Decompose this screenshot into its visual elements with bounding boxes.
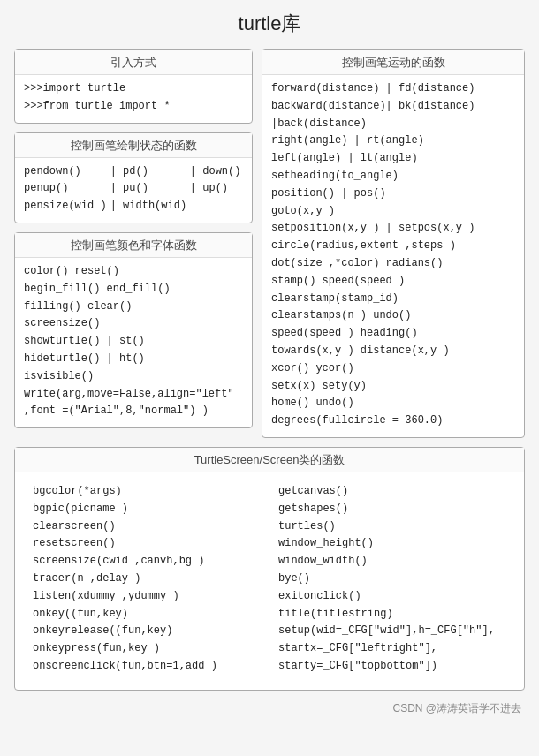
list-item: window_width() (278, 553, 506, 571)
list-item: forward(distance) | fd(distance) (271, 80, 515, 98)
top-section: 引入方式 >>>import turtle >>>from turtle imp… (14, 49, 525, 438)
list-item: towards(x,y ) distance(x,y ) (271, 343, 515, 360)
list-item: setup(wid=_CFG["wid"],h=_CFG["h"], (278, 623, 506, 640)
pen-color-body: color() reset() begin_fill() end_fill() … (15, 258, 252, 427)
import-panel: 引入方式 >>>import turtle >>>from turtle imp… (14, 49, 253, 124)
list-item: turtles() (278, 518, 506, 536)
list-item: clearstamp(stamp_id) (271, 291, 515, 308)
list-item: setx(x) sety(y) (271, 378, 515, 396)
import-line-1: >>>import turtle (24, 80, 243, 98)
table-row: pensize(wid ) | width(wid) (24, 198, 243, 215)
list-item: |back(distance) (271, 116, 515, 133)
list-item: exitonclick() (278, 588, 506, 606)
list-item: goto(x,y ) (271, 203, 515, 221)
pen-state-cell: | pd() (110, 163, 190, 181)
list-item: circle(radius,extent ,steps ) (271, 238, 515, 255)
list-item: begin_fill() end_fill() (24, 281, 243, 299)
screen-panel-body: bgcolor(*args) bgpic(picname ) clearscre… (15, 472, 524, 690)
list-item: screensize(cwid ,canvh,bg ) (33, 553, 261, 571)
list-item: setheading(to_angle) (271, 168, 515, 185)
list-item: screensize() (24, 315, 243, 333)
list-item: hideturtle() | ht() (24, 351, 243, 368)
list-item: getshapes() (278, 501, 506, 518)
table-row: penup() | pu() | up() (24, 180, 243, 198)
pen-color-title: 控制画笔颜色和字体函数 (15, 233, 252, 258)
list-item: position() | pos() (271, 185, 515, 203)
list-item: stamp() speed(speed ) (271, 273, 515, 291)
list-item: write(arg,move=False,align="left" (24, 386, 243, 404)
screen-right-column: getcanvas() getshapes() turtles() window… (270, 478, 515, 683)
pen-state-cell: penup() (24, 180, 110, 198)
table-row: pendown() | pd() | down() (24, 163, 243, 181)
pen-color-panel: 控制画笔颜色和字体函数 color() reset() begin_fill()… (14, 232, 253, 428)
list-item: setposition(x,y ) | setpos(x,y ) (271, 220, 515, 238)
list-item: starty=_CFG["topbottom"]) (278, 658, 506, 676)
list-item: onkeypress(fun,key ) (33, 640, 261, 658)
pen-state-cell: pendown() (24, 163, 110, 181)
footer: CSDN @涛涛英语学不进去 (14, 701, 525, 716)
list-item: getcanvas() (278, 483, 506, 501)
list-item: onkeyrelease((fun,key) (33, 623, 261, 640)
import-panel-body: >>>import turtle >>>from turtle import * (15, 75, 252, 123)
list-item: color() reset() (24, 263, 243, 281)
pen-state-cell: pensize(wid ) (24, 198, 110, 215)
list-item: startx=_CFG["leftright"], (278, 640, 506, 658)
list-item: bye() (278, 571, 506, 588)
pen-state-title: 控制画笔绘制状态的函数 (15, 133, 252, 158)
list-item: filling() clear() (24, 299, 243, 316)
list-item: isvisible() (24, 368, 243, 386)
import-panel-title: 引入方式 (15, 50, 252, 75)
list-item: showturtle() | st() (24, 333, 243, 351)
pen-state-panel: 控制画笔绘制状态的函数 pendown() | pd() | down() pe… (14, 132, 253, 223)
pen-state-cell: | up() (190, 180, 243, 198)
list-item: dot(size ,*color) radians() (271, 255, 515, 273)
motion-panel-body: forward(distance) | fd(distance) backwar… (262, 75, 524, 437)
list-item: speed(speed ) heading() (271, 325, 515, 343)
screen-left-column: bgcolor(*args) bgpic(picname ) clearscre… (24, 478, 270, 683)
right-column: 控制画笔运动的函数 forward(distance) | fd(distanc… (262, 49, 525, 438)
list-item: bgpic(picname ) (33, 501, 261, 518)
list-item: backward(distance)| bk(distance) (271, 98, 515, 116)
pen-state-cell: | width(wid) (110, 198, 190, 215)
list-item: ,font =("Arial",8,"normal") ) (24, 403, 243, 420)
list-item: right(angle) | rt(angle) (271, 132, 515, 150)
pen-state-cell: | down() (190, 163, 243, 181)
screen-panel-title: TurtleScreen/Screen类的函数 (15, 448, 524, 472)
pen-state-cell (190, 198, 243, 215)
list-item: left(angle) | lt(angle) (271, 150, 515, 168)
list-item: onscreenclick(fun,btn=1,add ) (33, 658, 261, 676)
list-item: degrees(fullcircle = 360.0) (271, 412, 515, 430)
import-line-2: >>>from turtle import * (24, 98, 243, 116)
screen-panel: TurtleScreen/Screen类的函数 bgcolor(*args) b… (14, 447, 525, 691)
list-item: clearstamps(n ) undo() (271, 307, 515, 325)
left-column: 引入方式 >>>import turtle >>>from turtle imp… (14, 49, 253, 438)
list-item: bgcolor(*args) (33, 483, 261, 501)
list-item: clearscreen() (33, 518, 261, 536)
motion-panel: 控制画笔运动的函数 forward(distance) | fd(distanc… (262, 49, 525, 438)
page-title: turtle库 (14, 11, 525, 37)
list-item: resetscreen() (33, 535, 261, 553)
pen-state-body: pendown() | pd() | down() penup() | pu()… (15, 158, 252, 223)
list-item: xcor() ycor() (271, 360, 515, 378)
list-item: tracer(n ,delay ) (33, 571, 261, 588)
list-item: onkey((fun,key) (33, 606, 261, 624)
list-item: window_height() (278, 535, 506, 553)
pen-state-cell: | pu() (110, 180, 190, 198)
list-item: title(titlestring) (278, 606, 506, 624)
motion-panel-title: 控制画笔运动的函数 (262, 50, 524, 75)
list-item: listen(xdummy ,ydummy ) (33, 588, 261, 606)
list-item: home() undo() (271, 395, 515, 412)
